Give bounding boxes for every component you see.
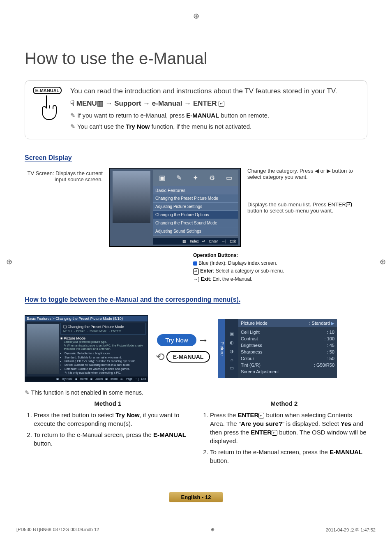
toggle-header: How to toggle between the e-Manual and t…: [25, 296, 240, 304]
setting-row: Brightness: 45: [241, 342, 334, 349]
tv-emanual-screenshot: ▣ ✎ ✦ ⚙ ▭ Basic Features Changing the Pr…: [109, 168, 241, 247]
try-now-button[interactable]: Try Now: [157, 334, 196, 346]
nav-support-label: Support: [114, 99, 141, 107]
category-change-caption: Change the category. Press ◀ or ▶ button…: [247, 168, 367, 177]
category-icon: ▭: [226, 174, 232, 182]
crop-mark-right-icon: ⊕: [380, 257, 386, 266]
menu-bars-icon: ▥: [97, 99, 104, 107]
emanual-detail-screenshot: Basic Features > Changing the Preset Pic…: [25, 315, 148, 382]
pm-nav-path: MENU → Picture → Picture Mode → ENTER: [63, 330, 143, 333]
note-trynow: You can't use the Try Now function, if t…: [70, 122, 360, 131]
pm-bullet: Movie: Suitable for watching movies in a…: [65, 363, 146, 367]
setting-row: Cell Light: 10: [241, 329, 334, 335]
tv-screen-caption: TV Screen: Displays the current input so…: [25, 168, 106, 247]
methods-note: This function is not enabled in some men…: [25, 389, 367, 396]
nav-menu-label: MENU: [76, 99, 97, 107]
arrow-right-icon: →: [198, 334, 209, 347]
category-icon-bar: ▣ ✎ ✦ ⚙ ▭: [153, 170, 238, 186]
detail-footer-bar: ▣ Try Now ▣ Home ▣ Zoom ▣ Index ◂▸ Page …: [25, 377, 148, 381]
category-icon: ✎: [176, 174, 182, 182]
method1-title: Method 1: [25, 400, 191, 408]
nav-emanual-label: e-Manual: [152, 99, 182, 107]
category-icon: ▣: [159, 174, 165, 182]
category-label: Basic Features: [153, 186, 238, 194]
op-enter: ↵ Enter: Select a category or sub-menu.: [193, 268, 367, 275]
picture-mode-heading: ■ Picture Mode: [60, 336, 146, 340]
blue-square-icon: [193, 261, 197, 266]
picture-mode-label: Picture Mode: [241, 321, 267, 326]
crop-mark-left-icon: ⊕: [6, 257, 12, 266]
category-icon: ✦: [193, 174, 198, 182]
footer-filename: [PD530-BT]BN68-03712G-00L09.indb 12: [16, 527, 99, 533]
setting-row: Contrast: 100: [241, 335, 334, 342]
nav-path: ☟ MENU▥ → Support → e-Manual → ENTER ↵: [70, 99, 360, 109]
picture-mode-value: : Standard: [309, 321, 334, 326]
intro-lead-text: You can read the introduction and instru…: [70, 86, 360, 96]
pm-bullet: Natural (LED TVs only): Suitable for red…: [65, 359, 146, 363]
pm-bullet: Entertain: Suitable for watching movies …: [65, 367, 146, 375]
enter-icon: ↵: [258, 413, 264, 419]
enter-icon: ↵: [193, 268, 199, 275]
intro-panel: E-MANUAL You can read the introduction a…: [25, 80, 367, 139]
side-icon: ▣: [230, 331, 234, 337]
crop-mark-top-icon: ⊕: [193, 12, 199, 21]
page-title: How to use the e-Manual: [25, 49, 367, 68]
ops-bar: ▦ Index ↵ Enter →] Exit: [153, 238, 238, 245]
method2-title: Method 2: [201, 400, 367, 408]
side-icon: ◐: [230, 340, 234, 345]
footer-timestamp: 2011-04-29 오후 1:47:52: [326, 527, 376, 533]
submenu-item: Adjusting Picture Settings: [153, 203, 238, 211]
submenu-item-selected: Changing the Picture Options: [153, 211, 238, 219]
side-icon: ☼: [230, 357, 234, 362]
submenu-item: Adjusting Sound Settings: [153, 227, 238, 236]
category-icon: ⚙: [209, 174, 215, 182]
picture-mode-header-row: Picture Mode : Standard: [238, 319, 337, 327]
side-icon-column: ▣ ◐ ◑ ☼ ▭: [225, 319, 238, 378]
side-icon: ◑: [230, 349, 234, 354]
method2-step2: To return to the e-Manual screen, press …: [210, 448, 367, 465]
page-number-badge: English - 12: [169, 492, 223, 502]
e-manual-button[interactable]: E-MANUAL: [166, 351, 210, 363]
method1-step2: To return to the e-Manual screen, press …: [34, 430, 191, 448]
remote-hand-icon: E-MANUAL: [32, 86, 62, 124]
arrow-left-icon: ⟲: [156, 351, 165, 363]
side-icon: ▭: [230, 365, 234, 371]
tv-thumbnail-image: [113, 171, 150, 223]
enter-icon: ↵: [272, 430, 277, 436]
footer-crop-icon: ⊕: [211, 527, 214, 533]
method1-step1: Press the red button to select Try Now, …: [34, 411, 191, 428]
left-thumbnail-column: [27, 324, 59, 374]
submenu-list: Changing the Preset Picture Mode Adjusti…: [153, 194, 238, 236]
submenu-caption: Displays the sub-menu list. Press ENTER↵…: [247, 201, 367, 214]
enter-icon: ↵: [346, 202, 352, 207]
hand-menu-icon: ☟: [70, 99, 74, 107]
setting-row: Tint (G/R): G50/R50: [241, 362, 334, 368]
operation-buttons-heading: Operation Buttons:: [193, 252, 238, 258]
pm-bullet: Dynamic: Suitable for a bright room.: [65, 351, 146, 355]
op-blue-index: Blue (Index): Displays index screen.: [193, 260, 367, 267]
pm-subtext: Select your preferred picture type.: [64, 340, 146, 343]
screen-display-header: Screen Display: [25, 154, 72, 162]
submenu-item: Changing the Preset Picture Mode: [153, 194, 238, 203]
picture-menu-screenshot: Picture ▣ ◐ ◑ ☼ ▭ Picture Mode : Standar…: [218, 319, 337, 378]
note-return: If you want to return to e-Manual, press…: [70, 111, 360, 120]
nav-enter-label: ENTER: [193, 99, 217, 107]
picture-tab: Picture: [218, 319, 225, 378]
op-exit: →] Exit: Exit the e-Manual.: [193, 276, 367, 283]
breadcrumb: Basic Features > Changing the Preset Pic…: [25, 316, 148, 321]
setting-row: Colour: 50: [241, 355, 334, 362]
method2-step1: Press the ENTER↵ button when selecting C…: [210, 411, 367, 445]
setting-row: Sharpness: 50: [241, 349, 334, 355]
setting-row: Screen Adjustment: [241, 368, 334, 375]
submenu-item: Changing the Preset Sound Mode: [153, 219, 238, 227]
pm-note: ✎ When an input source is set to PC, the…: [64, 344, 146, 350]
enter-icon: ↵: [219, 101, 224, 107]
pm-bullet: Standard: Suitable for a normal environm…: [65, 356, 146, 359]
pm-heading: ❏ Changing the Preset Picture Mode: [63, 325, 143, 329]
